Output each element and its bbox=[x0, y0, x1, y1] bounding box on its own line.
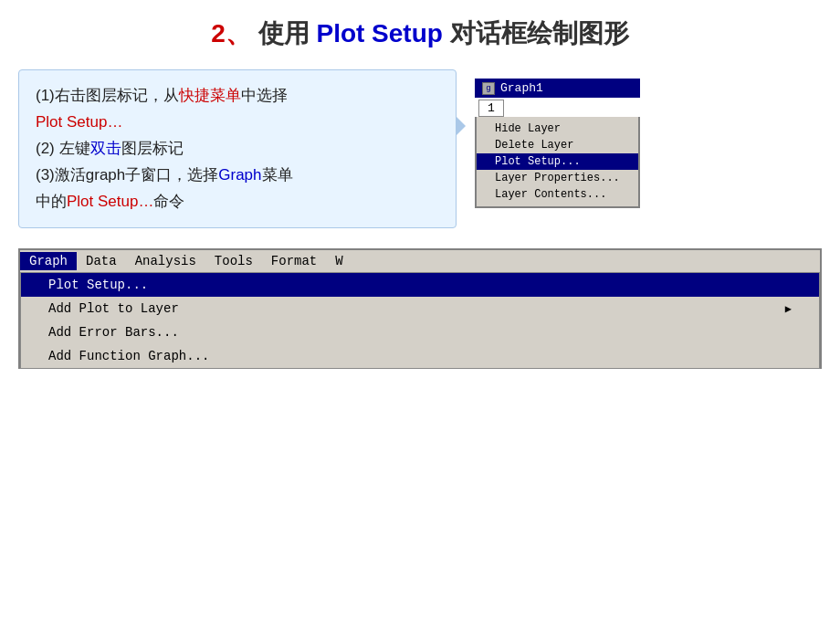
instruction-line2: (2) 左键双击图层标记 bbox=[36, 136, 439, 163]
title-highlight: Plot Setup bbox=[316, 19, 442, 47]
context-menu-item-hide[interactable]: Hide Layer bbox=[477, 121, 638, 137]
context-menu-item-layercontents[interactable]: Layer Contents... bbox=[477, 186, 638, 203]
context-menu-body: Hide Layer Delete Layer Plot Setup... La… bbox=[475, 117, 640, 208]
menubar-item-graph[interactable]: Graph bbox=[20, 252, 77, 270]
context-menu-item-delete[interactable]: Delete Layer bbox=[477, 137, 638, 153]
instruction-line1b: Plot Setup… bbox=[36, 110, 439, 136]
dropdown-item-adderrorbars[interactable]: Add Error Bars... bbox=[21, 320, 819, 344]
menubar-item-analysis[interactable]: Analysis bbox=[126, 252, 205, 270]
layer-number-badge: 1 bbox=[478, 100, 504, 117]
title-number: 2、 bbox=[211, 19, 251, 47]
dropdown-item-addplot[interactable]: Add Plot to Layer ▶ bbox=[21, 297, 819, 320]
context-menu-title: Graph1 bbox=[500, 81, 543, 95]
dropdown-item-addfunctiongraph[interactable]: Add Function Graph... bbox=[21, 344, 819, 368]
context-menu-titlebar: g Graph1 bbox=[475, 79, 640, 98]
context-menu-item-plotsetup[interactable]: Plot Setup... bbox=[477, 153, 638, 170]
instruction-line3b: 中的Plot Setup…命令 bbox=[36, 189, 439, 215]
dropdown-item-plotsetup[interactable]: Plot Setup... bbox=[21, 273, 819, 297]
context-menu-icon: g bbox=[482, 82, 495, 95]
dropdown-menu: Plot Setup... Add Plot to Layer ▶ Add Er… bbox=[20, 273, 820, 369]
menubar-item-tools[interactable]: Tools bbox=[205, 252, 262, 270]
context-menu-area: g Graph1 1 Hide Layer Delete Layer Plot … bbox=[475, 79, 640, 228]
menubar: Graph Data Analysis Tools Format W bbox=[20, 250, 820, 273]
menubar-item-w[interactable]: W bbox=[326, 252, 352, 270]
bottom-section: Graph Data Analysis Tools Format W Plot … bbox=[18, 248, 822, 369]
instruction-line3: (3)激活graph子窗口，选择Graph菜单 bbox=[36, 163, 439, 189]
title-area: 2、 使用 Plot Setup 对话框绘制图形 bbox=[0, 0, 840, 60]
submenu-arrow: ▶ bbox=[785, 302, 792, 316]
context-menu-item-layerprops[interactable]: Layer Properties... bbox=[477, 170, 638, 186]
main-content: (1)右击图层标记，从快捷菜单中选择 Plot Setup… (2) 左键双击图… bbox=[0, 69, 840, 228]
title-prefix: 使用 bbox=[258, 19, 310, 47]
title-suffix: 对话框绘制图形 bbox=[450, 19, 629, 47]
menubar-item-data[interactable]: Data bbox=[77, 252, 126, 270]
menubar-item-format[interactable]: Format bbox=[262, 252, 326, 270]
instruction-line1: (1)右击图层标记，从快捷菜单中选择 bbox=[36, 83, 439, 110]
instruction-box: (1)右击图层标记，从快捷菜单中选择 Plot Setup… (2) 左键双击图… bbox=[18, 69, 457, 228]
